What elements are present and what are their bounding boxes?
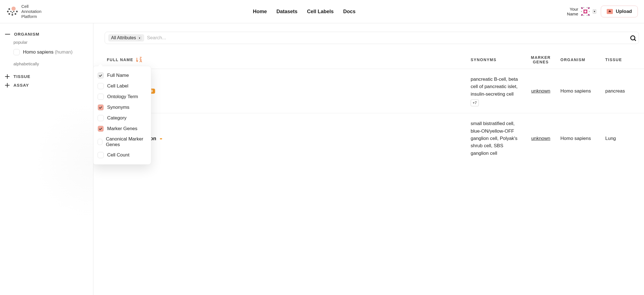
nav-cell-labels[interactable]: Cell Labels bbox=[307, 9, 334, 15]
sort-desc-icon: ZA bbox=[137, 57, 142, 63]
svg-point-8 bbox=[13, 11, 14, 12]
svg-point-5 bbox=[15, 13, 16, 15]
main: ORGANISM popular Homo sapiens (human) al… bbox=[0, 23, 644, 295]
svg-point-21 bbox=[581, 7, 583, 9]
search-pill-label: All Attributes bbox=[111, 35, 136, 40]
col-picker-ontology-term[interactable]: Ontology Term bbox=[96, 91, 148, 102]
cell-tissue: pancreas bbox=[605, 88, 639, 94]
header-right: Your Name ▾ Upload bbox=[567, 6, 638, 17]
svg-point-22 bbox=[588, 7, 590, 9]
col-picker-full-name[interactable]: Full Name bbox=[96, 70, 148, 81]
col-picker-label: Category bbox=[107, 115, 127, 121]
svg-point-20 bbox=[589, 11, 590, 12]
table-header: FULL NAME ZA SYNONYMS MARKER GENES ORGAN… bbox=[93, 55, 644, 69]
svg-point-1 bbox=[8, 8, 10, 10]
cell-organism: Homo sapiens bbox=[560, 136, 605, 141]
top-header: Cell Annotation Platform Home Datasets C… bbox=[0, 0, 644, 23]
facet-tissue-toggle[interactable]: TISSUE bbox=[5, 74, 88, 79]
brand-line3: Platform bbox=[21, 14, 42, 19]
cell-synonyms: pancreatic B-cell, beta cell of pancreat… bbox=[471, 76, 521, 106]
user-line2: Name bbox=[567, 11, 578, 16]
table-row[interactable]: eatic cell CL:0000169 pancreatic B-cell,… bbox=[93, 69, 644, 113]
col-picker-cell-label[interactable]: Cell Label bbox=[96, 81, 148, 91]
svg-point-24 bbox=[588, 14, 590, 16]
synonyms-text: small bistratified cell, blue-ON/yellow-… bbox=[471, 121, 518, 156]
column-picker-dropdown: Full Name Cell Label Ontology Term Synon… bbox=[93, 66, 151, 165]
col-picker-canonical-marker-genes[interactable]: Canonical Marker Genes bbox=[96, 134, 148, 150]
checkbox-checked-icon bbox=[98, 104, 104, 110]
avatar-icon bbox=[580, 6, 590, 17]
nav-home[interactable]: Home bbox=[253, 9, 267, 15]
search-icon[interactable] bbox=[630, 35, 635, 40]
svg-point-4 bbox=[12, 14, 13, 16]
facet-option-paren: (human) bbox=[55, 49, 72, 55]
col-picker-label: Synonyms bbox=[107, 105, 129, 110]
main-nav: Home Datasets Cell Labels Docs bbox=[253, 9, 355, 15]
cell-marker-genes[interactable]: unknown bbox=[521, 136, 560, 141]
svg-point-0 bbox=[12, 6, 16, 11]
facet-organism-toggle[interactable]: ORGANISM bbox=[5, 32, 88, 36]
search-input[interactable] bbox=[147, 35, 627, 41]
table: FULL NAME ZA SYNONYMS MARKER GENES ORGAN… bbox=[93, 55, 644, 164]
facet-assay-toggle[interactable]: ASSAY bbox=[5, 83, 88, 87]
ontology-badge bbox=[160, 138, 162, 139]
svg-point-19 bbox=[581, 11, 582, 12]
checkbox-icon bbox=[13, 49, 20, 55]
brand-line1: Cell bbox=[21, 4, 42, 9]
user-line1: Your bbox=[567, 7, 578, 11]
checkbox-icon bbox=[98, 152, 104, 158]
search-bar: All Attributes ▾ bbox=[105, 32, 639, 44]
col-picker-label: Marker Genes bbox=[107, 126, 137, 132]
cell-full-name: ified retinal ganglion bbox=[107, 136, 471, 142]
th-marker-genes[interactable]: MARKER GENES bbox=[521, 55, 560, 64]
content: All Attributes ▾ FULL NAME ZA SYN bbox=[93, 23, 644, 295]
th-full-name-label: FULL NAME bbox=[107, 57, 133, 62]
collapse-icon bbox=[5, 34, 10, 34]
facet-organism-label: ORGANISM bbox=[14, 32, 40, 36]
col-picker-synonyms[interactable]: Synonyms bbox=[96, 102, 148, 113]
cell-synonyms: small bistratified cell, blue-ON/yellow-… bbox=[471, 120, 521, 157]
facet-alpha-label: alphabetically bbox=[13, 61, 88, 66]
facet-option-label: Homo sapiens bbox=[23, 49, 54, 55]
checkbox-checked-icon bbox=[98, 72, 104, 79]
brand-line2: Annotation bbox=[21, 9, 42, 14]
cell-full-name: eatic cell CL:0000169 bbox=[107, 88, 471, 94]
table-row[interactable]: ified retinal ganglion small bistratifie… bbox=[93, 113, 644, 164]
user-menu[interactable]: Your Name ▾ bbox=[567, 6, 596, 17]
upload-label: Upload bbox=[616, 9, 632, 14]
svg-point-2 bbox=[7, 11, 9, 12]
col-picker-category[interactable]: Category bbox=[96, 113, 148, 123]
svg-point-17 bbox=[586, 15, 588, 16]
col-picker-label: Ontology Term bbox=[107, 94, 138, 100]
nav-docs[interactable]: Docs bbox=[343, 9, 356, 15]
search-attribute-select[interactable]: All Attributes ▾ bbox=[108, 34, 144, 42]
col-picker-marker-genes[interactable]: Marker Genes bbox=[96, 123, 148, 134]
th-tissue[interactable]: TISSUE bbox=[605, 57, 639, 62]
cell-organism: Homo sapiens bbox=[560, 88, 605, 94]
nav-datasets[interactable]: Datasets bbox=[277, 9, 298, 15]
brand-text: Cell Annotation Platform bbox=[21, 4, 42, 19]
th-full-name[interactable]: FULL NAME ZA bbox=[107, 57, 471, 63]
upload-button[interactable]: Upload bbox=[601, 6, 638, 17]
col-picker-label: Canonical Marker Genes bbox=[106, 136, 146, 148]
facet-assay-label: ASSAY bbox=[13, 83, 29, 87]
th-organism[interactable]: ORGANISM bbox=[560, 57, 605, 62]
th-marker-l1: MARKER bbox=[521, 55, 560, 60]
expand-icon bbox=[5, 83, 10, 87]
th-marker-l2: GENES bbox=[521, 60, 560, 64]
col-picker-label: Cell Label bbox=[107, 83, 128, 89]
svg-point-3 bbox=[8, 13, 10, 15]
checkbox-checked-icon bbox=[98, 126, 104, 132]
checkbox-icon bbox=[98, 94, 104, 100]
facet-tissue-label: TISSUE bbox=[13, 74, 30, 79]
svg-point-6 bbox=[16, 11, 18, 12]
synonyms-extra-count[interactable]: +7 bbox=[471, 100, 479, 106]
upload-icon bbox=[607, 9, 613, 14]
sidebar: ORGANISM popular Homo sapiens (human) al… bbox=[0, 23, 93, 295]
th-synonyms[interactable]: SYNONYMS bbox=[471, 57, 521, 62]
cell-tissue: Lung bbox=[605, 136, 639, 141]
cell-marker-genes[interactable]: unknown bbox=[521, 88, 560, 94]
col-picker-cell-count[interactable]: Cell Count bbox=[96, 150, 148, 160]
facet-option-homo-sapiens[interactable]: Homo sapiens (human) bbox=[13, 49, 88, 55]
svg-point-12 bbox=[583, 7, 584, 8]
